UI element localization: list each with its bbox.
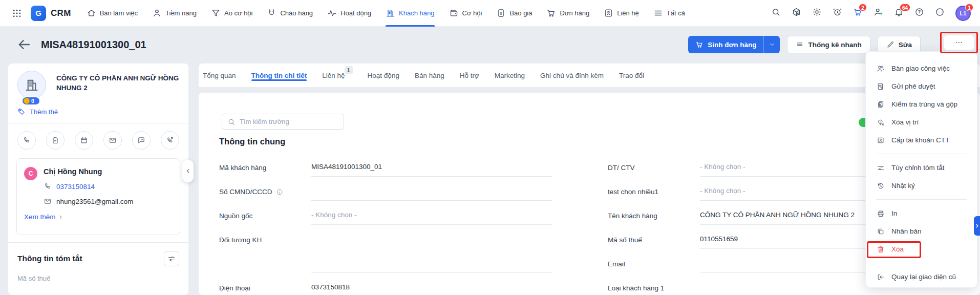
menu-item-tuy-chinh-tom-tat[interactable]: Tùy chỉnh tóm tắt (866, 159, 977, 177)
field-label: Email (608, 260, 625, 268)
summary-field-label: Mã số thuế (8, 266, 188, 282)
avatar-badge: 1 (965, 4, 973, 11)
field-value[interactable]: 0373150818 (311, 278, 552, 295)
order-cart-icon (695, 40, 704, 49)
pulse-icon (327, 8, 337, 18)
field-value[interactable] (311, 229, 552, 273)
menu-item-xoa[interactable]: Xóa (866, 240, 977, 258)
contact-name: Chị Hồng Nhung (44, 166, 173, 176)
nav-item-ao-co-hoi[interactable]: Ao cơ hội (211, 0, 253, 27)
menu-item-xoa-vi-tri[interactable]: Xóa vị trí (866, 113, 977, 131)
nav-item-label: Báo giá (509, 9, 532, 17)
menu-item-nhan-ban[interactable]: Nhân bản (866, 222, 977, 240)
expand-panel-chip[interactable] (974, 216, 980, 236)
nav-item-chao-hang[interactable]: Chào hàng (267, 0, 313, 27)
field-search-input[interactable] (240, 118, 338, 125)
quick-action-call-button[interactable] (17, 131, 36, 150)
nav-item-ban-lam-viec[interactable]: Bàn làm việc (87, 0, 138, 27)
field-value[interactable]: MISA48191001300_01 (311, 157, 552, 177)
nav-item-lien-he[interactable]: Liên hệ (604, 0, 639, 27)
contact-email[interactable]: nhung23561@gmail.com (44, 197, 173, 205)
generate-order-dropdown[interactable] (763, 36, 780, 53)
nav-item-label: Bàn làm việc (100, 9, 138, 17)
menu-item-quay-lai-giao-dien-cu[interactable]: Quay lại giao diện cũ (866, 268, 977, 286)
add-user-icon (874, 7, 883, 17)
grid-launcher-icon[interactable] (9, 6, 25, 21)
more-actions-button[interactable] (944, 35, 974, 50)
nav-item-co-hoi[interactable]: Cơ hội (449, 0, 482, 27)
field-value[interactable]: - Không chọn - (311, 205, 552, 225)
nav-item-bao-gia[interactable]: $Báo giá (496, 0, 532, 27)
feedback-icon (935, 7, 945, 17)
tool-add-user-button[interactable] (874, 7, 883, 19)
tab-trao-doi[interactable]: Trao đổi (619, 64, 644, 87)
wallet-icon (449, 8, 459, 18)
tab-marketing[interactable]: Marketing (495, 64, 525, 87)
menu-item-nhat-ky[interactable]: Nhật ký (866, 177, 977, 195)
tab-ban-hang[interactable]: Bán hàng (415, 64, 444, 87)
see-more-link[interactable]: Xem thêm (24, 213, 173, 221)
duplicate-icon (877, 227, 885, 236)
quick-actions (8, 123, 188, 157)
field-label: Nguồn gốc (219, 212, 252, 220)
tool-notifications-button[interactable]: 64 (894, 7, 904, 19)
back-icon[interactable] (15, 36, 33, 53)
history-icon (877, 182, 885, 190)
nav-item-don-hang[interactable]: Đơn hàng (546, 0, 589, 27)
tab-tong-quan[interactable]: Tổng quan (203, 64, 236, 87)
pencil-icon (886, 40, 894, 49)
quick-action-meeting-button[interactable] (75, 131, 93, 150)
field-label: Loại khách hàng 1 (608, 284, 664, 292)
printer-icon (877, 209, 885, 218)
field-label: Số CMND/CCCD (219, 188, 283, 196)
nav-item-khach-hang[interactable]: Khách hàng (386, 0, 434, 27)
menu-item-kiem-tra-trung-va-gop[interactable]: Kiểm tra trùng và gộp (866, 95, 977, 113)
quick-action-call-out-button[interactable] (161, 131, 179, 150)
form-field: Điện thoại 0373150818 (219, 278, 552, 295)
field-value[interactable] (311, 181, 552, 201)
tool-feedback-button[interactable] (935, 7, 945, 19)
edit-button[interactable]: Sửa (878, 36, 921, 53)
top-nav: G CRM Bàn làm việcTiềm năngAo cơ hộiChào… (0, 0, 980, 27)
tab-ho-tro[interactable]: Hỗ trợ (460, 64, 479, 87)
nav-item-hoat-dong[interactable]: Hoạt động (327, 0, 371, 27)
doc-send-icon (877, 82, 885, 91)
reminder-icon (833, 7, 842, 17)
badge-count: 64 (900, 4, 910, 11)
menu-item-cap-tai-khoan-ctt[interactable]: Cấp tài khoản CTT (866, 131, 977, 149)
menu-item-gui-phe-duyet[interactable]: Gửi phê duyệt (866, 77, 977, 95)
nav-item-tiem-nang[interactable]: Tiềm năng (152, 0, 197, 27)
app-logo[interactable]: G (31, 6, 46, 21)
tool-product-lookup-button[interactable] (792, 7, 801, 19)
quick-action-message-button[interactable] (132, 131, 151, 150)
menu-item-in[interactable]: In (866, 204, 977, 222)
contact-phone[interactable]: 0373150814 (44, 182, 173, 191)
magnet-icon (267, 8, 276, 18)
quick-action-task-button[interactable] (46, 131, 65, 150)
tool-reminder-button[interactable] (833, 7, 842, 19)
tool-help-button[interactable] (914, 7, 924, 19)
summary-settings-button[interactable] (164, 251, 179, 266)
tab-hoat-dong[interactable]: Hoạt động (368, 64, 399, 87)
tab-ghi-chu-va-dinh-kem[interactable]: Ghi chú và đính kèm (540, 64, 604, 87)
sidebar-collapse-handle[interactable] (182, 160, 194, 182)
quick-action-email-button[interactable] (103, 131, 122, 150)
nav-item-tat-ca[interactable]: Tất cả (653, 0, 685, 27)
generate-order-button[interactable]: Sinh đơn hàng (688, 36, 780, 53)
tool-settings-button[interactable] (812, 7, 822, 19)
tab-thong-tin-chi-tiet[interactable]: Thông tin chi tiết (251, 64, 307, 87)
field-search[interactable] (222, 114, 344, 130)
cart-icon (546, 8, 556, 18)
quote-icon: $ (496, 8, 506, 18)
more-actions-menu: Bàn giao công việcGửi phê duyệtKiểm tra … (865, 51, 977, 288)
nav-item-label: Hoạt động (340, 9, 371, 17)
trash-icon (877, 245, 885, 254)
tab-lien-he[interactable]: Liên hệ1 (322, 64, 345, 87)
tool-cart-button[interactable]: 2 (853, 7, 863, 19)
quick-stats-button[interactable]: Thống kê nhanh (787, 36, 870, 53)
tool-search-button[interactable] (771, 7, 781, 19)
help-icon (914, 7, 924, 17)
menu-item-ban-giao-cong-viec[interactable]: Bàn giao công việc (866, 59, 977, 77)
user-avatar[interactable]: L11 (955, 6, 971, 21)
mail-icon (44, 197, 52, 205)
